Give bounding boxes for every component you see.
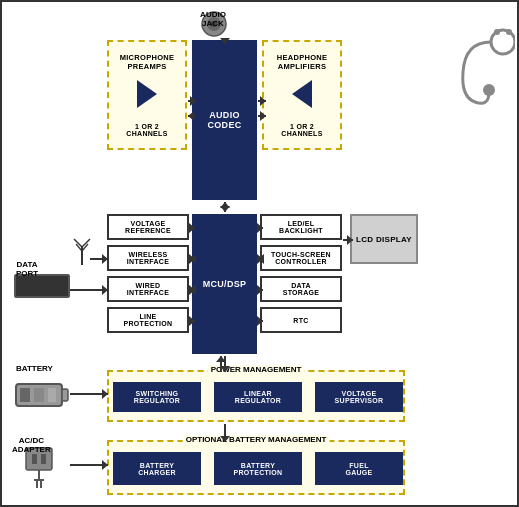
arrow-blocks-lcd xyxy=(343,239,353,241)
arrow-wired-mcu xyxy=(190,289,195,291)
battery-label: BATTERY xyxy=(16,364,53,373)
arrow-jack-codec xyxy=(224,38,226,44)
audio-codec-block: AUDIOCODEC xyxy=(192,40,257,200)
wireless-interface-block: WIRELESSINTERFACE xyxy=(107,245,189,271)
preamp-triangle-1 xyxy=(137,80,157,108)
voltage-reference-label: VOLTAGEREFERENCE xyxy=(125,220,171,234)
voltage-supervisor-block: VOLTAGESUPERVISOR xyxy=(315,382,403,412)
svg-point-1 xyxy=(483,84,495,96)
touch-screen-block: TOUCH-SCREENCONTROLLER xyxy=(260,245,342,271)
line-protection-block: LINEPROTECTION xyxy=(107,307,189,333)
block-diagram: AUDIOJACK MICROPHONEPREAMPS 1 OR 2CHANNE… xyxy=(0,0,519,507)
arrow-mcu-rtc xyxy=(258,320,263,322)
mcu-dsp-block: MCU/DSP xyxy=(192,214,257,354)
arrow-vref-mcu xyxy=(190,227,195,229)
arrow-wifi-mcu xyxy=(190,258,195,260)
arrow-power-optional xyxy=(224,424,226,442)
arrow-mcu-storage xyxy=(258,289,263,291)
arrow-mic-codec xyxy=(188,100,196,102)
battery-protection-block: BATTERYPROTECTION xyxy=(214,452,302,485)
battery-charger-block: BATTERYCHARGER xyxy=(113,452,201,485)
wired-interface-label: WIREDINTERFACE xyxy=(127,282,169,296)
lcd-display-label: LCD DISPLAY xyxy=(356,235,412,244)
microphone-preamps-label: MICROPHONEPREAMPS xyxy=(120,53,175,71)
arrow-acdc-battery xyxy=(70,464,108,466)
arrow-mcu-touch xyxy=(258,258,263,260)
touch-screen-label: TOUCH-SCREENCONTROLLER xyxy=(271,251,331,265)
channels-left-label: 1 OR 2CHANNELS xyxy=(126,123,167,137)
ac-dc-label: AC/DCADAPTER xyxy=(12,436,51,454)
svg-rect-14 xyxy=(20,388,30,402)
svg-rect-15 xyxy=(34,388,44,402)
microphone-preamps-block: MICROPHONEPREAMPS 1 OR 2CHANNELS xyxy=(107,40,187,150)
switching-regulator-block: SWITCHINGREGULATOR xyxy=(113,382,201,412)
arrow-antenna-wifi xyxy=(90,258,108,260)
wireless-interface-label: WIRELESSINTERFACE xyxy=(127,251,169,265)
line-protection-label: LINEPROTECTION xyxy=(124,313,173,327)
rtc-label: RTC xyxy=(293,317,308,324)
antenna-icon xyxy=(70,237,94,265)
headphone-amps-label: HEADPHONEAMPLIFIERS xyxy=(277,53,328,71)
mcu-dsp-label: MCU/DSP xyxy=(203,279,247,289)
headphone-amps-block: HEADPHONEAMPLIFIERS 1 OR 2CHANNELS xyxy=(262,40,342,150)
fuel-gauge-block: FUELGAUGE xyxy=(315,452,403,485)
arrow-mcu-led xyxy=(258,227,263,229)
linear-reg-label: LINEARREGULATOR xyxy=(235,390,281,404)
optional-battery-group: OPTIONAL BATTERY MANAGEMENT BATTERYCHARG… xyxy=(107,440,405,495)
led-backlight-block: LED/ELBACKLIGHT xyxy=(260,214,342,240)
arrow-battery-power xyxy=(70,393,108,395)
arrow-codec-right-2 xyxy=(258,115,266,117)
arrow-lineprot-mcu xyxy=(190,320,195,322)
power-management-group: POWER MANAGEMENT SWITCHINGREGULATOR LINE… xyxy=(107,370,405,422)
arrow-codec-left-2 xyxy=(188,115,196,117)
channels-right-label: 1 OR 2CHANNELS xyxy=(281,123,322,137)
wired-interface-block: WIREDINTERFACE xyxy=(107,276,189,302)
switching-reg-label: SWITCHINGREGULATOR xyxy=(134,390,180,404)
battery-protection-label: BATTERYPROTECTION xyxy=(234,462,283,476)
svg-rect-16 xyxy=(48,388,56,402)
arrow-codec-mcu xyxy=(224,202,226,212)
voltage-reference-block: VOLTAGEREFERENCE xyxy=(107,214,189,240)
fuel-gauge-label: FUELGAUGE xyxy=(345,462,372,476)
svg-point-2 xyxy=(494,29,500,35)
voltage-sup-label: VOLTAGESUPERVISOR xyxy=(335,390,384,404)
amp-triangle-1 xyxy=(292,80,312,108)
svg-point-3 xyxy=(506,29,512,35)
arrow-power-mcu xyxy=(220,356,222,372)
svg-rect-18 xyxy=(32,454,37,464)
arrow-dataport-wired xyxy=(70,289,108,291)
led-backlight-label: LED/ELBACKLIGHT xyxy=(279,220,323,234)
data-storage-block: DATASTORAGE xyxy=(260,276,342,302)
rtc-block: RTC xyxy=(260,307,342,333)
data-storage-label: DATASTORAGE xyxy=(283,282,320,296)
linear-regulator-block: LINEARREGULATOR xyxy=(214,382,302,412)
battery-charger-label: BATTERYCHARGER xyxy=(138,462,176,476)
svg-rect-13 xyxy=(62,389,68,401)
audio-jack-label: AUDIOJACK xyxy=(188,10,238,28)
svg-rect-19 xyxy=(41,454,46,464)
audio-codec-label: AUDIOCODEC xyxy=(207,110,241,130)
arrow-codec-amp xyxy=(258,100,266,102)
battery-icon xyxy=(14,376,70,412)
data-port-label: DATAPORT xyxy=(16,260,38,278)
stethoscope-icon xyxy=(445,22,515,112)
lcd-display-block: LCD DISPLAY xyxy=(350,214,418,264)
optional-battery-label: OPTIONAL BATTERY MANAGEMENT xyxy=(183,435,330,444)
